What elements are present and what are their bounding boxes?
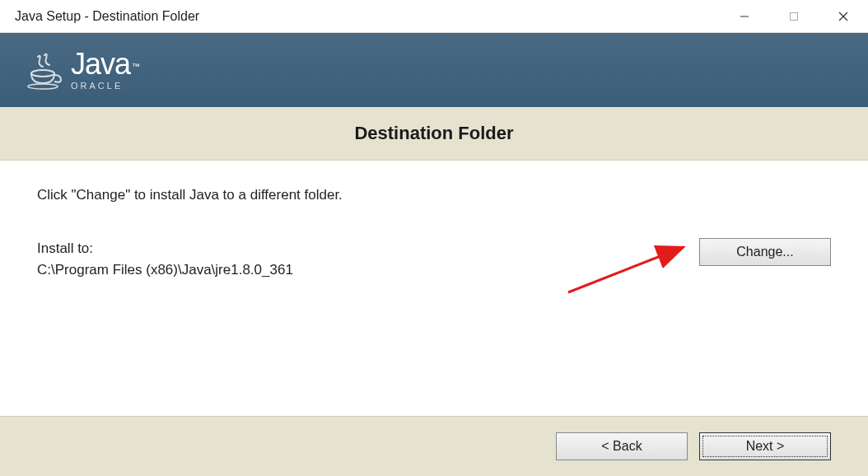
page-title: Destination Folder xyxy=(354,123,513,144)
content-area: Click "Change" to install Java to a diff… xyxy=(0,161,868,416)
minimize-button[interactable] xyxy=(720,0,769,32)
trademark-symbol: ™ xyxy=(132,62,140,71)
svg-point-4 xyxy=(31,70,54,77)
window-titlebar: Java Setup - Destination Folder xyxy=(0,0,868,33)
java-logo: Java™ ORACLE xyxy=(25,49,140,91)
install-info: Install to: C:\Program Files (x86)\Java\… xyxy=(37,238,293,280)
section-header: Destination Folder xyxy=(0,107,868,161)
window-title: Java Setup - Destination Folder xyxy=(15,9,199,24)
java-cup-icon xyxy=(25,50,64,90)
close-button[interactable] xyxy=(819,0,868,32)
back-button[interactable]: < Back xyxy=(556,432,688,460)
footer-bar: < Back Next > xyxy=(0,416,868,476)
java-banner: Java™ ORACLE xyxy=(0,33,868,107)
java-wordmark: Java xyxy=(71,47,130,81)
svg-point-5 xyxy=(28,84,58,89)
oracle-wordmark: ORACLE xyxy=(71,81,123,91)
next-button[interactable]: Next > xyxy=(699,432,831,460)
install-row: Install to: C:\Program Files (x86)\Java\… xyxy=(37,238,831,280)
maximize-button xyxy=(769,0,819,32)
svg-rect-1 xyxy=(791,12,798,20)
install-to-label: Install to: xyxy=(37,238,293,259)
install-path: C:\Program Files (x86)\Java\jre1.8.0_361 xyxy=(37,259,293,281)
change-button[interactable]: Change... xyxy=(699,238,831,266)
window-controls xyxy=(720,0,868,32)
instruction-text: Click "Change" to install Java to a diff… xyxy=(37,187,831,203)
